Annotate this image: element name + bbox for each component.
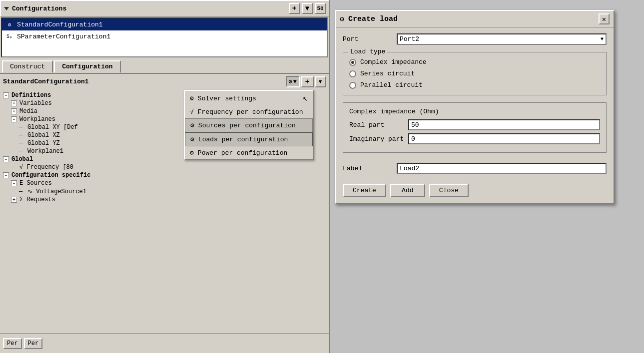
leaf-spacer: —: [19, 124, 26, 131]
standard-config-icon: ⚙: [5, 20, 14, 29]
leaf-spacer5: —: [11, 164, 18, 171]
add-configuration-button[interactable]: +: [289, 3, 300, 14]
expand-configspec[interactable]: -: [3, 172, 9, 178]
gear-dropdown-button[interactable]: ⚙ ▼: [286, 76, 300, 87]
expand-definitions[interactable]: -: [3, 92, 9, 98]
create-load-dialog: ⚙ Create load ✕ Port Port2 ▼ Load type C…: [335, 10, 615, 204]
dropdown-power[interactable]: ⚙ Power per configuration: [185, 146, 313, 159]
dialog-close-button[interactable]: ✕: [599, 13, 610, 24]
configurations-list: ⚙ StandardConfiguration1 Sₚ SParameterCo…: [1, 17, 328, 57]
load-type-label: Load type: [348, 48, 387, 55]
globalxy-label: Global XY [Def: [27, 124, 78, 131]
imaginary-part-input[interactable]: [408, 133, 600, 144]
tree-node-voltagesource[interactable]: — ∿ VoltageSource1: [19, 187, 326, 196]
dropdown-loads[interactable]: ⚙ Loads per configuration: [185, 132, 313, 146]
dropdown-arrow-icon: ▼: [293, 78, 297, 85]
per-button[interactable]: Per: [3, 338, 22, 349]
frequency-tree-label: √ Frequency [80: [19, 164, 73, 171]
radio-complex-btn[interactable]: [349, 59, 356, 66]
dialog-footer: Create Add Close: [336, 180, 614, 203]
imaginary-part-row: Imaginary part: [349, 133, 600, 144]
real-part-input[interactable]: [408, 119, 600, 130]
add-item-button[interactable]: +: [301, 76, 314, 87]
tree-node-requests[interactable]: + Σ Requests: [11, 196, 326, 204]
cursor-icon: ↖: [303, 93, 308, 103]
leaf-spacer6: —: [19, 188, 26, 195]
leaf-spacer4: —: [19, 148, 26, 155]
toolbar-buttons: ⚙ ▼ + ▼ ⚙ Solver settings ↖ √ Frequency …: [286, 76, 326, 87]
sources-tree-label: E Sources: [19, 180, 52, 187]
right-panel: ⚙ Create load ✕ Port Port2 ▼ Load type C…: [330, 0, 644, 214]
port-value: Port2: [400, 35, 419, 43]
tree-node-frequency[interactable]: — √ Frequency [80: [11, 163, 326, 171]
expand-sources[interactable]: -: [11, 180, 17, 186]
close-button[interactable]: Close: [429, 184, 469, 197]
radio-complex[interactable]: Complex impedance: [349, 56, 600, 68]
configurations-header: Configurations + ▼ 50: [0, 0, 329, 16]
tree-node-sources[interactable]: - E Sources: [11, 179, 326, 187]
dropdown-menu: ⚙ Solver settings ↖ √ Frequency per conf…: [184, 90, 314, 160]
expand-requests[interactable]: +: [11, 197, 17, 203]
add-button[interactable]: Add: [390, 184, 425, 197]
select-arrow-icon: ▼: [601, 36, 604, 42]
label-input[interactable]: [397, 163, 607, 174]
sources-children: — ∿ VoltageSource1: [19, 187, 326, 196]
requests-label: Σ Requests: [19, 196, 55, 203]
label-field-label: Label: [343, 165, 393, 172]
loads-label: Loads per configuration: [198, 136, 288, 143]
radio-parallel-btn[interactable]: [349, 82, 356, 89]
header-actions: + ▼ 50: [289, 3, 326, 14]
radio-series-btn[interactable]: [349, 70, 356, 77]
tab-configuration[interactable]: Configuration: [54, 60, 120, 73]
workplane1-label: Workplane1: [27, 148, 63, 155]
tabs-row: Construct Configuration: [0, 58, 329, 73]
dialog-title-text: Create load: [348, 15, 398, 23]
tab-construct[interactable]: Construct: [2, 60, 53, 73]
dropdown-sources[interactable]: ⚙ Sources per configuration: [185, 118, 313, 132]
expand-workplanes[interactable]: -: [11, 116, 17, 122]
port-row: Port Port2 ▼: [343, 33, 607, 45]
frequency-icon: √: [190, 108, 194, 116]
label-row: Label: [343, 163, 607, 174]
tab-content-area: StandardConfiguration1 ⚙ ▼ + ▼ ⚙ Solver …: [0, 73, 329, 353]
load-type-group: Load type Complex impedance Series circu…: [343, 52, 607, 95]
dropdown-frequency[interactable]: √ Frequency per configuration: [185, 106, 313, 118]
global-children: — √ Frequency [80: [11, 163, 326, 171]
collapse-icon[interactable]: [4, 7, 9, 10]
dialog-title: ⚙ Create load: [340, 14, 398, 24]
dropdown-solver[interactable]: ⚙ Solver settings ↖: [185, 91, 313, 106]
create-button[interactable]: Create: [343, 184, 386, 197]
config-toolbar-title: StandardConfiguration1: [3, 78, 89, 85]
leaf-spacer3: —: [19, 140, 26, 147]
globalyz-label: Global YZ: [27, 140, 60, 147]
sparam-config-icon: Sₚ: [5, 32, 14, 41]
frequency-label: Frequency per configuration: [198, 108, 303, 116]
standard-config-label: StandardConfiguration1: [17, 21, 103, 28]
expand-media[interactable]: +: [11, 108, 17, 114]
media-label: Media: [19, 108, 37, 115]
complex-label: Complex impedance: [360, 58, 427, 66]
config-options-button[interactable]: ▼: [302, 3, 313, 14]
radio-parallel[interactable]: Parallel circuit: [349, 79, 600, 91]
port-select[interactable]: Port2 ▼: [397, 33, 607, 45]
globalxz-label: Global XZ: [27, 132, 60, 139]
config-item-standard[interactable]: ⚙ StandardConfiguration1: [2, 18, 327, 30]
real-part-label: Real part: [349, 121, 404, 129]
configspec-children: - E Sources — ∿ VoltageSource1 + Σ Reque…: [11, 179, 326, 204]
loads-icon: ⚙: [190, 135, 194, 143]
series-label: Series circuit: [360, 70, 415, 77]
expand-variables[interactable]: +: [11, 100, 17, 106]
config-item-sparam[interactable]: Sₚ SParameterConfiguration1: [2, 30, 327, 42]
radio-series[interactable]: Series circuit: [349, 68, 600, 79]
per2-button[interactable]: Per: [24, 338, 43, 349]
port-label: Port: [343, 35, 393, 43]
gear-icon: ⚙: [289, 78, 292, 85]
configspec-label: Configuration specific: [11, 172, 90, 179]
tree-node-configspec[interactable]: - Configuration specific: [3, 171, 326, 179]
config-toolbar: StandardConfiguration1 ⚙ ▼ + ▼ ⚙ Solver …: [0, 74, 329, 89]
config-extra-button[interactable]: 50: [315, 3, 326, 14]
voltagesource-label: ∿ VoltageSource1: [27, 188, 86, 195]
sources-label: Sources per configuration: [198, 122, 296, 129]
more-button[interactable]: ▼: [315, 76, 326, 87]
expand-global[interactable]: -: [3, 156, 9, 162]
